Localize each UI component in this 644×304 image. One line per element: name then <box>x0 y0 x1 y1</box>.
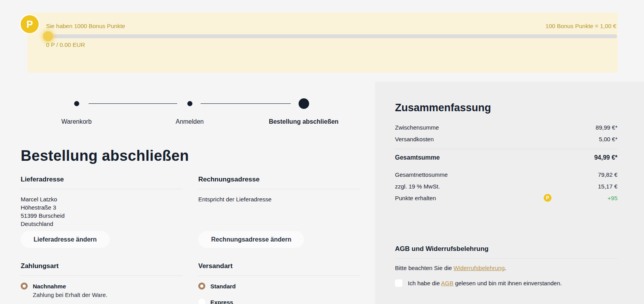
summary-row-total: Gesamtsumme 94,99 €* <box>395 154 617 161</box>
page-title: Bestellung abschließen <box>21 148 189 164</box>
radio-standard[interactable] <box>198 283 205 290</box>
shipping-address-heading: Lieferadresse <box>21 176 183 189</box>
summary-row-subtotal: Zwischensumme 89,99 €* <box>395 124 617 131</box>
agb-text-suffix: gelesen und bin mit ihnen einverstanden. <box>454 280 562 286</box>
step-connector-line <box>201 103 291 104</box>
step-label-warenkorb[interactable]: Warenkorb <box>18 118 135 125</box>
summary-row-shipping-cost: Versandkosten 5,00 €* <box>395 136 617 142</box>
billing-address-heading: Rechnungsadresse <box>198 176 360 189</box>
billing-address-section: Rechnungsadresse Entspricht der Lieferad… <box>198 176 360 203</box>
vat-value: 15,17 € <box>598 183 617 190</box>
subtotal-label: Zwischensumme <box>395 124 439 131</box>
agb-link[interactable]: AGB <box>441 280 454 286</box>
payment-method-section: Zahlungsart Nachnahme Zahlung bei Erhalt… <box>21 262 183 298</box>
shipping-option-label-standard[interactable]: Standard <box>210 283 236 290</box>
bonus-slider-handle[interactable] <box>43 31 53 41</box>
checkout-page: P Sie haben 1000 Bonus Punkte 100 Bonus … <box>0 0 644 304</box>
agb-text-prefix: Ich habe die <box>408 280 441 286</box>
step-dot-warenkorb[interactable] <box>74 101 79 106</box>
bonus-banner: P Sie haben 1000 Bonus Punkte 100 Bonus … <box>27 12 618 73</box>
summary-row-points: Punkte erhalten P +95 <box>395 195 617 201</box>
points-earned-label: Punkte erhalten <box>395 195 436 201</box>
vat-label: zzgl. 19 % MwSt. <box>395 183 440 190</box>
terms-heading: AGB und Widerrufsbelehrung <box>395 245 617 259</box>
change-shipping-address-button[interactable]: Lieferadresse ändern <box>21 231 110 248</box>
order-summary-sidebar: Zusammenfassung Zwischensumme 89,99 €* V… <box>375 82 644 304</box>
net-total-value: 79,82 € <box>598 171 617 178</box>
agb-consent-text: Ich habe die AGB gelesen und bin mit ihn… <box>408 280 562 286</box>
subtotal-value: 89,99 €* <box>596 124 617 131</box>
radio-nachnahme[interactable] <box>21 283 28 290</box>
step-label-anmelden[interactable]: Anmelden <box>131 118 248 125</box>
shipping-method-section: Versandart Standard Express <box>198 262 360 304</box>
bonus-points-icon: P <box>21 15 39 33</box>
shipping-address-street: Höhestraße 3 <box>21 203 183 212</box>
step-connector-line <box>89 103 177 104</box>
payment-option-label[interactable]: Nachnahme <box>33 283 66 290</box>
shipping-cost-label: Versandkosten <box>395 136 434 142</box>
shipping-address-city: 51399 Burscheid <box>21 212 183 220</box>
change-billing-address-button[interactable]: Rechnungsadresse ändern <box>198 231 304 248</box>
summary-heading: Zusammenfassung <box>395 102 617 114</box>
terms-notice-suffix: . <box>505 265 506 271</box>
step-label-bestellung: Bestellung abschließen <box>245 118 362 125</box>
bonus-slider-value: 0 P / 0.00 EUR <box>46 41 85 48</box>
billing-address-note: Entspricht der Lieferadresse <box>198 195 360 203</box>
shipping-cost-value: 5,00 €* <box>599 136 617 142</box>
terms-notice: Bitte beachten Sie die Widerrufsbelehrun… <box>395 265 617 271</box>
total-value: 94,99 €* <box>594 154 617 161</box>
shipping-address-country: Deutschland <box>21 220 183 228</box>
points-earned-value: +95 <box>608 195 617 201</box>
bonus-conversion-rate-label: 100 Bonus Punkte = 1,00 € <box>546 23 616 29</box>
agb-checkbox[interactable] <box>395 279 402 287</box>
payment-option-description: Zahlung bei Erhalt der Ware. <box>33 292 183 298</box>
step-dot-anmelden[interactable] <box>187 101 192 106</box>
agb-consent-row: Ich habe die AGB gelesen und bin mit ihn… <box>395 279 617 287</box>
summary-row-vat: zzgl. 19 % MwSt. 15,17 € <box>395 183 617 190</box>
points-icon: P <box>544 194 551 202</box>
radio-express[interactable] <box>198 299 205 304</box>
shipping-address-section: Lieferadresse Marcel Latzko Höhestraße 3… <box>21 176 183 228</box>
bonus-slider-track[interactable] <box>46 34 617 38</box>
summary-row-net-total: Gesamtnettosumme 79,82 € <box>395 171 617 178</box>
bonus-points-balance-label: Sie haben 1000 Bonus Punkte <box>46 23 125 29</box>
total-label: Gesamtsumme <box>395 154 440 161</box>
terms-notice-prefix: Bitte beachten Sie die <box>395 265 454 271</box>
widerrufsbelehrung-link[interactable]: Widerrufsbelehrung <box>454 265 505 271</box>
shipping-address-name: Marcel Latzko <box>21 195 183 203</box>
step-dot-bestellung <box>299 98 309 109</box>
payment-method-heading: Zahlungsart <box>21 262 183 276</box>
shipping-option-label-express[interactable]: Express <box>210 299 233 304</box>
shipping-method-heading: Versandart <box>198 262 360 276</box>
net-total-label: Gesamtnettosumme <box>395 171 448 178</box>
summary-divider <box>395 149 617 149</box>
